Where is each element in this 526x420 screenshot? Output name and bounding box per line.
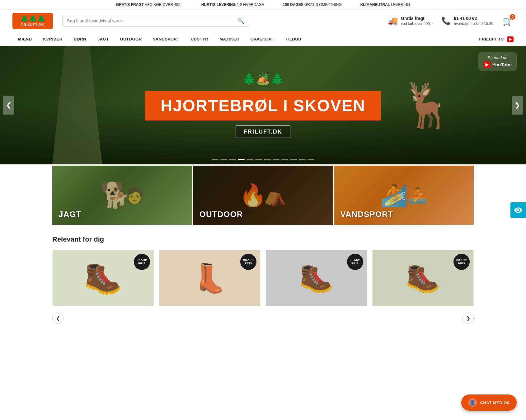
product-badge-4: SKARPPRIS <box>453 254 470 270</box>
youtube-see-label: Se med på <box>488 55 507 60</box>
hero-prev-button[interactable]: ❮ <box>3 96 14 115</box>
nav-kvinder[interactable]: KVINDER <box>38 32 68 46</box>
header-right: 🚚 Gratis fragt ved køb over 499,- 📞 61 4… <box>388 16 514 26</box>
category-outdoor-label: OUTDOOR <box>200 210 243 219</box>
search-bar[interactable]: 🔍 <box>62 15 249 27</box>
hero-dot-3[interactable] <box>229 159 236 160</box>
nav-outdoor[interactable]: OUTDOOR <box>115 32 148 46</box>
hero-dot-1[interactable] <box>212 159 218 160</box>
shipping-icon: 🚚 <box>388 16 398 26</box>
nav-jagt[interactable]: JAGT <box>92 32 115 46</box>
hero-dot-7[interactable] <box>264 159 271 160</box>
friluft-tv-label[interactable]: FRILUFT TV <box>479 37 504 41</box>
youtube-play-icon: ▶ <box>483 61 491 68</box>
cart[interactable]: 🛒 0 <box>503 16 514 26</box>
banner-item-3: 100 DAGES GRATIS OMBYTNING <box>283 2 342 7</box>
nav-maerker[interactable]: MÆRKER <box>214 32 245 46</box>
search-input[interactable] <box>63 15 233 26</box>
hero-next-button[interactable]: ❯ <box>512 96 523 115</box>
logo[interactable]: 🌲🌲🌲 FRILUFT.DK <box>12 13 53 29</box>
banner-item-4: KLIMANEUTRAL LEVERING <box>360 2 410 7</box>
product-badge-3: SKARPPRIS <box>347 254 363 270</box>
shipping-info: 🚚 Gratis fragt ved køb over 499,- <box>388 16 432 26</box>
eye-icon-button[interactable] <box>510 202 526 218</box>
hero-dot-12[interactable] <box>308 159 314 160</box>
search-button[interactable]: 🔍 <box>233 15 249 26</box>
hero-dot-5[interactable] <box>247 159 253 160</box>
hero-title-box: HJORTEBRØL I SKOVEN <box>145 91 381 120</box>
eye-icon <box>514 206 523 215</box>
product-prev-button[interactable]: ❮ <box>52 313 63 324</box>
shipping-sub: ved køb over 499,- <box>401 21 432 26</box>
hero-brand-text: FRILUFT.DK <box>244 129 282 135</box>
product-badge-1: SKARPPRIS <box>134 254 150 270</box>
nav-links: MÆND KVINDER BØRN JAGT OUTDOOR VANDSPORT… <box>12 32 307 46</box>
cart-badge: 0 <box>510 14 515 20</box>
nav-born[interactable]: BØRN <box>68 32 92 46</box>
table-row[interactable]: 🥾 SKARPPRIS <box>372 250 474 306</box>
nav-udstyr[interactable]: UDSTYR <box>185 32 214 46</box>
table-row[interactable]: 🥾 SKARPPRIS <box>265 250 367 306</box>
banner-item-2: HURTIG LEVERING 1-2 HVERDAGE <box>201 2 264 7</box>
nav-right: FRILUFT TV ▶ <box>479 36 514 42</box>
nav-maend[interactable]: MÆND <box>12 32 38 46</box>
youtube-icon[interactable]: ▶ <box>507 36 514 42</box>
category-jagt[interactable]: 🐕 🧑 JAGT <box>52 166 192 225</box>
hero-brand-box: FRILUFT.DK <box>236 125 290 138</box>
nav-gavekort[interactable]: GAVEKORT <box>245 32 280 46</box>
category-outdoor[interactable]: 🔥 ⛺ OUTDOOR <box>193 166 333 225</box>
hero-content: 🌲🏕️🌲 HJORTEBRØL I SKOVEN FRILUFT.DK <box>0 46 526 164</box>
hero-banner: 🦌 🌲🏕️🌲 HJORTEBRØL I SKOVEN FRILUFT.DK Se… <box>0 46 526 164</box>
hero-dot-4[interactable] <box>238 159 245 160</box>
hero-dot-2[interactable] <box>220 159 227 160</box>
phone-number: 61 41 00 62 <box>454 16 493 21</box>
banner-item-1: GRATIS FRAGT VED KØB OVER 499,- <box>116 2 183 7</box>
hero-title: HJORTEBRØL I SKOVEN <box>161 96 365 115</box>
table-row[interactable]: 👢 SKARPPRIS <box>159 250 261 306</box>
phone-info: 📞 61 41 00 62 hverdage fra kl. 9-15:30 <box>441 16 493 26</box>
hero-dot-11[interactable] <box>299 159 306 160</box>
main-nav: MÆND KVINDER BØRN JAGT OUTDOOR VANDSPORT… <box>0 32 526 46</box>
shipping-title: Gratis fragt <box>401 16 432 21</box>
hero-dot-8[interactable] <box>273 159 279 160</box>
hero-dot-9[interactable] <box>281 159 288 160</box>
logo-text: FRILUFT.DK <box>21 23 44 26</box>
nav-vandsport[interactable]: VANDSPORT <box>148 32 185 46</box>
logo-trees-icon: 🌲🌲🌲 <box>20 15 45 22</box>
table-row[interactable]: 🥾 SKARPPRIS <box>52 250 154 306</box>
phone-icon: 📞 <box>441 17 451 25</box>
relevant-title: Relevant for dig <box>52 235 474 243</box>
hero-dots <box>212 159 314 160</box>
phone-hours: hverdage fra kl. 9-15:30 <box>454 21 493 26</box>
product-list: 🥾 SKARPPRIS 👢 SKARPPRIS 🥾 SKARPPRIS 🥾 SK… <box>52 250 474 306</box>
youtube-text: YouTube <box>492 62 512 67</box>
category-vandsport-label: VANDSPORT <box>340 210 393 219</box>
hero-dot-10[interactable] <box>290 159 297 160</box>
product-nav: ❮ ❯ <box>0 313 526 324</box>
hero-trees-decoration: 🌲🏕️🌲 <box>242 73 284 86</box>
product-next-button[interactable]: ❯ <box>463 313 474 324</box>
nav-tilbud[interactable]: TILBUD <box>280 32 307 46</box>
hero-youtube-badge[interactable]: Se med på ▶ YouTube <box>478 52 517 71</box>
hero-dot-6[interactable] <box>255 159 262 160</box>
category-jagt-label: JAGT <box>59 210 81 219</box>
category-vandsport[interactable]: 🏄 🚣 VANDSPORT <box>334 166 474 225</box>
category-cards: 🐕 🧑 JAGT 🔥 ⛺ OUTDOOR 🏄 🚣 VANDSPORT <box>52 164 474 226</box>
top-banner: GRATIS FRAGT VED KØB OVER 499,- HURTIG L… <box>0 0 526 10</box>
youtube-logo-row: ▶ YouTube <box>483 61 512 68</box>
product-badge-2: SKARPPRIS <box>240 254 256 270</box>
header: 🌲🌲🌲 FRILUFT.DK 🔍 🚚 Gratis fragt ved køb … <box>0 10 526 32</box>
relevant-section: Relevant for dig 🥾 SKARPPRIS 👢 SKARPPRIS… <box>0 226 526 313</box>
